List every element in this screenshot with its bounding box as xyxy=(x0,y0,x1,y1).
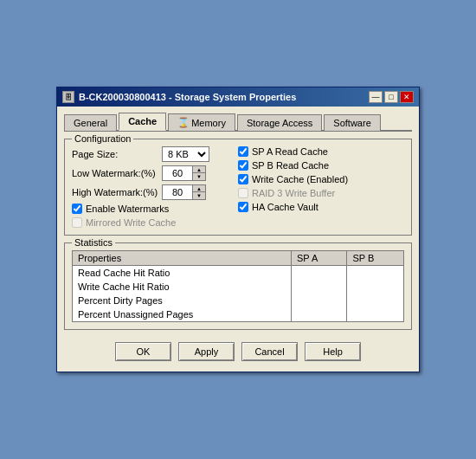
button-row: OK Apply Cancel Help xyxy=(64,339,412,365)
mirrored-write-cache-label: Mirrored Write Cache xyxy=(86,217,176,228)
close-button[interactable]: ✕ xyxy=(400,91,414,103)
configuration-label: Configuration xyxy=(72,133,133,144)
sp-b-read-cache-label: SP B Read Cache xyxy=(252,160,329,171)
row-write-cache-sp-b xyxy=(347,280,404,294)
sp-a-read-cache-label: SP A Read Cache xyxy=(252,146,328,157)
app-icon: 🗄 xyxy=(62,91,74,103)
ha-cache-vault-checkbox[interactable] xyxy=(238,202,248,212)
page-size-label: Page Size: xyxy=(72,149,158,159)
help-button[interactable]: Help xyxy=(305,342,361,361)
table-row: Write Cache Hit Ratio xyxy=(73,280,404,294)
title-bar-controls: — □ ✕ xyxy=(369,91,414,103)
high-watermark-row: High Watermark:(%) 80 ▲ ▼ xyxy=(72,184,228,200)
mirrored-write-cache-row: Mirrored Write Cache xyxy=(72,217,228,228)
window: 🗄 B-CK200030800413 - Storage System Prop… xyxy=(56,87,420,372)
cancel-button[interactable]: Cancel xyxy=(241,342,298,361)
title-bar-left: 🗄 B-CK200030800413 - Storage System Prop… xyxy=(62,91,296,103)
config-content: Page Size: 8 KB 4 KB 16 KB Low Watermark… xyxy=(72,146,404,228)
low-watermark-input[interactable]: 60 xyxy=(162,165,192,181)
sp-a-read-cache-row: SP A Read Cache xyxy=(238,146,348,157)
low-watermark-arrows: ▲ ▼ xyxy=(192,165,206,181)
low-watermark-down[interactable]: ▼ xyxy=(193,173,205,180)
enable-watermarks-label: Enable Watermarks xyxy=(86,204,169,214)
enable-watermarks-row: Enable Watermarks xyxy=(72,204,228,214)
stats-header-row: Properties SP A SP B xyxy=(73,251,404,266)
page-size-select[interactable]: 8 KB 4 KB 16 KB xyxy=(162,146,209,162)
high-watermark-arrows: ▲ ▼ xyxy=(192,184,206,200)
minimize-button[interactable]: — xyxy=(369,91,383,103)
stats-header: Properties SP A SP B xyxy=(73,251,404,266)
tab-cache[interactable]: Cache xyxy=(119,113,166,131)
title-bar: 🗄 B-CK200030800413 - Storage System Prop… xyxy=(57,87,419,107)
sp-a-read-cache-checkbox[interactable] xyxy=(238,146,248,157)
table-row: Percent Unassigned Pages xyxy=(73,307,404,322)
col-sp-a: SP A xyxy=(292,251,347,266)
row-write-cache-property: Write Cache Hit Ratio xyxy=(73,280,292,294)
apply-button[interactable]: Apply xyxy=(178,342,235,361)
row-unassigned-pages-sp-b xyxy=(347,307,404,322)
ok-button[interactable]: OK xyxy=(115,342,171,361)
row-read-cache-sp-a xyxy=(292,266,347,281)
table-row: Percent Dirty Pages xyxy=(73,294,404,307)
maximize-button[interactable]: □ xyxy=(384,91,398,103)
tab-general[interactable]: General xyxy=(64,114,117,131)
ha-cache-vault-row: HA Cache Vault xyxy=(238,202,348,212)
write-cache-label: Write Cache (Enabled) xyxy=(252,174,348,184)
row-unassigned-pages-sp-a xyxy=(292,307,347,322)
tabs-bar: General Cache ⌛ Memory Storage Access So… xyxy=(64,112,412,132)
row-dirty-pages-property: Percent Dirty Pages xyxy=(73,294,292,307)
raid3-write-buffer-label: RAID 3 Write Buffer xyxy=(252,188,335,198)
sp-b-read-cache-checkbox[interactable] xyxy=(238,160,248,171)
row-unassigned-pages-property: Percent Unassigned Pages xyxy=(73,307,292,322)
row-dirty-pages-sp-b xyxy=(347,294,404,307)
write-cache-row: Write Cache (Enabled) xyxy=(238,174,348,184)
page-size-row: Page Size: 8 KB 4 KB 16 KB xyxy=(72,146,228,162)
table-row: Read Cache Hit Ratio xyxy=(73,266,404,281)
high-watermark-down[interactable]: ▼ xyxy=(193,192,205,199)
enable-watermarks-checkbox[interactable] xyxy=(72,204,82,214)
low-watermark-spinner: 60 ▲ ▼ xyxy=(162,165,206,181)
configuration-group: Configuration Page Size: 8 KB 4 KB 16 KB… xyxy=(64,139,412,236)
row-read-cache-property: Read Cache Hit Ratio xyxy=(73,266,292,281)
high-watermark-up[interactable]: ▲ xyxy=(193,185,205,192)
raid3-write-buffer-row: RAID 3 Write Buffer xyxy=(238,188,348,198)
row-read-cache-sp-b xyxy=(347,266,404,281)
statistics-group: Statistics Properties SP A SP B Read Cac… xyxy=(64,242,412,330)
sp-b-read-cache-row: SP B Read Cache xyxy=(238,160,348,171)
col-properties: Properties xyxy=(73,251,292,266)
row-write-cache-sp-a xyxy=(292,280,347,294)
tab-memory[interactable]: ⌛ Memory xyxy=(168,113,235,131)
statistics-label: Statistics xyxy=(72,237,115,248)
low-watermark-up[interactable]: ▲ xyxy=(193,166,205,173)
ha-cache-vault-label: HA Cache Vault xyxy=(252,202,318,212)
row-dirty-pages-sp-a xyxy=(292,294,347,307)
config-left: Page Size: 8 KB 4 KB 16 KB Low Watermark… xyxy=(72,146,228,228)
stats-body: Read Cache Hit Ratio Write Cache Hit Rat… xyxy=(73,266,404,322)
write-cache-checkbox[interactable] xyxy=(238,174,248,184)
content-area: General Cache ⌛ Memory Storage Access So… xyxy=(57,107,419,372)
hourglass-icon: ⌛ xyxy=(177,117,190,128)
high-watermark-input[interactable]: 80 xyxy=(162,184,192,200)
high-watermark-spinner: 80 ▲ ▼ xyxy=(162,184,206,200)
high-watermark-label: High Watermark:(%) xyxy=(72,187,158,197)
statistics-table: Properties SP A SP B Read Cache Hit Rati… xyxy=(72,250,404,322)
config-right: SP A Read Cache SP B Read Cache Write Ca… xyxy=(238,146,348,228)
low-watermark-label: Low Watermark:(%) xyxy=(72,168,158,178)
tab-storage-access[interactable]: Storage Access xyxy=(237,114,322,131)
window-title: B-CK200030800413 - Storage System Proper… xyxy=(79,92,296,102)
raid3-write-buffer-checkbox[interactable] xyxy=(238,188,248,198)
low-watermark-row: Low Watermark:(%) 60 ▲ ▼ xyxy=(72,165,228,181)
mirrored-write-cache-checkbox[interactable] xyxy=(72,217,82,228)
tab-software[interactable]: Software xyxy=(324,114,380,131)
col-sp-b: SP B xyxy=(347,251,404,266)
